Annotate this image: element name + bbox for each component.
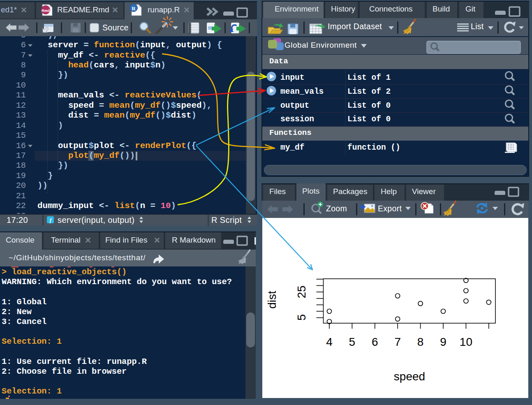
- svg-text:Rmd: Rmd: [42, 9, 50, 13]
- svg-text:4: 4: [326, 336, 333, 348]
- svg-text:6: 6: [372, 336, 378, 348]
- svg-text:5: 5: [295, 314, 308, 321]
- svg-text:5: 5: [349, 336, 356, 348]
- svg-text:dist: dist: [266, 291, 278, 309]
- svg-text:7: 7: [394, 336, 401, 348]
- svg-text:10: 10: [460, 336, 472, 348]
- svg-text:25: 25: [295, 285, 308, 298]
- svg-text:R: R: [132, 5, 136, 12]
- svg-text:8: 8: [417, 336, 424, 348]
- svg-text:9: 9: [440, 336, 446, 348]
- svg-text:speed: speed: [394, 370, 425, 383]
